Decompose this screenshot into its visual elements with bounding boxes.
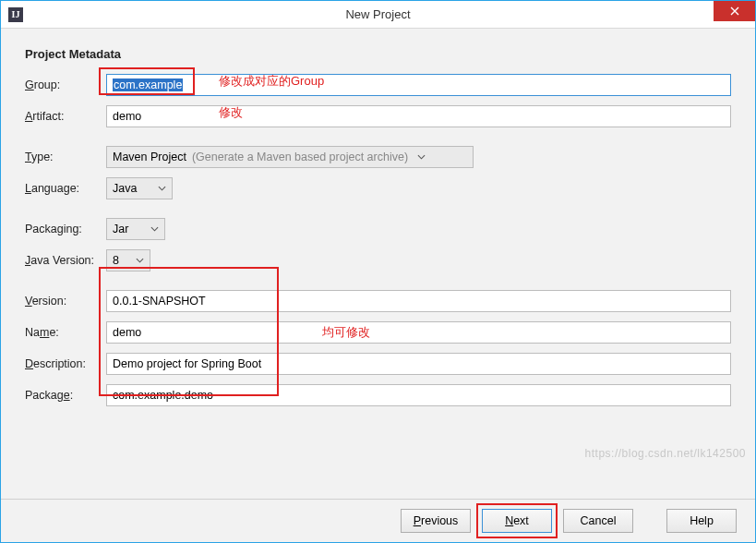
- label-version: Version:: [25, 295, 106, 308]
- row-package: Package: com.example.demo: [25, 384, 731, 406]
- select-language[interactable]: Java: [106, 177, 173, 199]
- previous-button[interactable]: Previous: [401, 509, 471, 533]
- select-java-version-value: 8: [113, 254, 119, 267]
- input-name-value: demo: [113, 326, 141, 339]
- label-description: Description:: [25, 357, 106, 370]
- chevron-down-icon: [136, 258, 144, 263]
- footer: Previous Next Cancel Help: [1, 499, 755, 542]
- select-type-value: Maven Project: [113, 151, 186, 163]
- row-packaging: Packaging: Jar: [25, 218, 731, 240]
- input-description[interactable]: Demo project for Spring Boot: [106, 353, 731, 375]
- input-description-value: Demo project for Spring Boot: [113, 357, 261, 370]
- content-pane: Project Metadata Group: com.example Arti…: [1, 29, 755, 499]
- row-type: Type: Maven Project (Generate a Maven ba…: [25, 146, 731, 168]
- close-button[interactable]: [714, 1, 755, 21]
- row-language: Language: Java: [25, 177, 731, 199]
- row-version: Version: 0.0.1-SNAPSHOT: [25, 290, 731, 312]
- label-package: Package:: [25, 389, 106, 402]
- label-artifact: Artifact:: [25, 110, 106, 123]
- input-name[interactable]: demo: [106, 321, 731, 344]
- chevron-down-icon: [158, 186, 166, 191]
- cancel-button[interactable]: Cancel: [563, 509, 633, 533]
- label-java-version: Java Version:: [25, 254, 106, 267]
- input-artifact-value: demo: [113, 110, 141, 123]
- select-type-hint: (Generate a Maven based project archive): [192, 151, 408, 163]
- app-icon: IJ: [8, 7, 23, 22]
- label-name: Name:: [25, 326, 106, 339]
- watermark: https://blog.csdn.net/lk142500: [585, 447, 746, 460]
- row-java-version: Java Version: 8: [25, 249, 731, 272]
- dialog-window: IJ New Project Project Metadata Group: c…: [0, 0, 756, 543]
- input-group-value: com.example: [113, 78, 183, 91]
- select-type[interactable]: Maven Project (Generate a Maven based pr…: [106, 146, 474, 168]
- row-artifact: Artifact: demo: [25, 105, 731, 127]
- label-type: Type:: [25, 151, 106, 163]
- select-java-version[interactable]: 8: [106, 249, 150, 272]
- label-group: Group:: [25, 78, 106, 91]
- select-packaging-value: Jar: [113, 223, 128, 235]
- section-heading: Project Metadata: [25, 47, 731, 61]
- label-packaging: Packaging:: [25, 223, 106, 235]
- label-language: Language:: [25, 182, 106, 195]
- row-name: Name: demo: [25, 321, 731, 344]
- row-description: Description: Demo project for Spring Boo…: [25, 353, 731, 375]
- input-package-value: com.example.demo: [113, 389, 213, 402]
- select-language-value: Java: [113, 182, 137, 195]
- input-artifact[interactable]: demo: [106, 105, 731, 127]
- row-group: Group: com.example: [25, 74, 731, 96]
- input-version-value: 0.0.1-SNAPSHOT: [113, 295, 206, 308]
- input-group[interactable]: com.example: [106, 74, 731, 96]
- help-button[interactable]: Help: [666, 509, 737, 533]
- chevron-down-icon: [150, 226, 159, 232]
- titlebar: IJ New Project: [1, 1, 755, 29]
- close-icon: [730, 6, 739, 16]
- input-version[interactable]: 0.0.1-SNAPSHOT: [106, 290, 731, 312]
- next-button[interactable]: Next: [482, 509, 552, 533]
- input-package[interactable]: com.example.demo: [106, 384, 731, 406]
- select-packaging[interactable]: Jar: [106, 218, 165, 240]
- window-title: New Project: [1, 7, 755, 21]
- chevron-down-icon: [417, 154, 426, 160]
